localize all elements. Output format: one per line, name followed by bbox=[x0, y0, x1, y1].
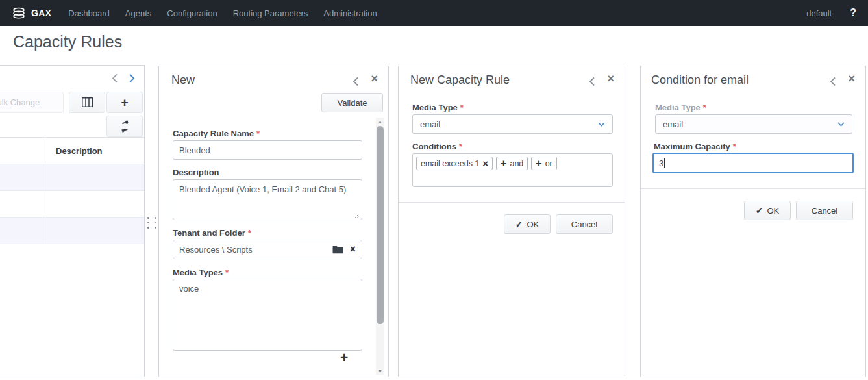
capacity-rule-name-input[interactable] bbox=[173, 140, 362, 160]
chevron-down-icon bbox=[837, 122, 845, 127]
plus-icon: + bbox=[536, 158, 541, 169]
nav-item-agents[interactable]: Agents bbox=[125, 8, 151, 18]
columns-icon bbox=[82, 97, 93, 107]
conditions-label: Conditions bbox=[412, 142, 456, 151]
or-label: or bbox=[545, 159, 552, 168]
new-capacity-rule-panel: New Capacity Rule × Media Type* email Co… bbox=[398, 66, 625, 377]
panel-title: New Capacity Rule bbox=[410, 73, 510, 87]
refresh-icon bbox=[121, 122, 129, 131]
tenant-folder-input[interactable]: Resources \ Scripts × bbox=[173, 240, 362, 259]
chevron-down-icon bbox=[598, 122, 605, 127]
ok-button[interactable]: ✓ OK bbox=[504, 214, 551, 234]
condition-chip[interactable]: email exceeds 1 × bbox=[416, 157, 493, 170]
maximum-capacity-label: Maximum Capacity bbox=[654, 142, 730, 151]
description-column-header[interactable]: Description bbox=[0, 146, 103, 156]
plus-icon: + bbox=[121, 96, 128, 108]
chevron-left-icon[interactable] bbox=[830, 77, 836, 86]
condition-chip-label: email exceeds 1 bbox=[421, 159, 479, 168]
chevron-left-icon[interactable] bbox=[589, 77, 595, 86]
table-row[interactable] bbox=[0, 164, 144, 191]
folder-browse-icon[interactable] bbox=[332, 246, 343, 254]
check-icon: ✓ bbox=[515, 219, 523, 229]
add-and-condition-button[interactable]: + and bbox=[496, 157, 528, 170]
close-icon[interactable]: × bbox=[848, 73, 855, 84]
gax-brand[interactable]: GAX bbox=[12, 7, 51, 19]
chevron-left-icon[interactable] bbox=[112, 73, 118, 83]
table-row[interactable] bbox=[0, 218, 144, 244]
ok-button[interactable]: ✓ OK bbox=[744, 201, 791, 220]
capacity-rules-screen: GAX Dashboard Agents Configuration Routi… bbox=[0, 0, 868, 380]
plus-icon: + bbox=[501, 158, 506, 169]
scroll-up-icon[interactable]: ▲ bbox=[376, 118, 384, 126]
scroll-down-icon[interactable]: ▼ bbox=[376, 367, 384, 375]
chevron-left-icon[interactable] bbox=[353, 77, 358, 86]
nav-item-routing-parameters[interactable]: Routing Parameters bbox=[233, 8, 308, 18]
gax-logo-icon bbox=[12, 7, 26, 19]
close-icon[interactable]: × bbox=[607, 73, 614, 84]
section-divider bbox=[641, 188, 865, 189]
current-user-menu[interactable]: default bbox=[806, 8, 832, 18]
refresh-button[interactable] bbox=[106, 116, 143, 137]
add-media-type-button[interactable]: + bbox=[340, 350, 348, 364]
media-types-label: Media Types bbox=[173, 268, 223, 277]
text-cursor bbox=[664, 158, 665, 168]
required-asterisk: * bbox=[256, 129, 260, 138]
ok-button-label: OK bbox=[527, 220, 539, 229]
list-table-header: Description bbox=[0, 137, 144, 164]
brand-label: GAX bbox=[31, 8, 51, 18]
required-asterisk: * bbox=[733, 142, 736, 151]
condition-for-email-panel: Condition for email × Media Type* email … bbox=[640, 66, 866, 377]
validate-button[interactable]: Validate bbox=[321, 93, 383, 112]
bulk-change-button[interactable]: Bulk Change bbox=[0, 92, 64, 113]
add-or-condition-button[interactable]: + or bbox=[531, 157, 556, 170]
scrollbar-thumb[interactable] bbox=[377, 126, 384, 324]
chevron-right-icon[interactable] bbox=[129, 73, 135, 83]
required-asterisk: * bbox=[459, 142, 462, 151]
required-asterisk: * bbox=[225, 268, 229, 277]
maximum-capacity-value: 3 bbox=[659, 158, 663, 168]
cancel-button[interactable]: Cancel bbox=[556, 214, 613, 234]
table-row[interactable] bbox=[0, 191, 144, 218]
column-divider bbox=[45, 137, 45, 244]
panel-splitter-handle[interactable] bbox=[147, 217, 156, 229]
description-textarea[interactable]: Blended Agent (Voice 1, Email 2 and Chat… bbox=[173, 179, 362, 220]
remove-condition-icon[interactable]: × bbox=[482, 158, 488, 168]
add-capacity-rule-button[interactable]: + bbox=[106, 92, 143, 113]
page-title: Capacity Rules bbox=[13, 32, 122, 51]
check-icon: ✓ bbox=[756, 205, 763, 216]
and-label: and bbox=[510, 159, 523, 168]
panel-title: New bbox=[171, 73, 195, 87]
nav-item-configuration[interactable]: Configuration bbox=[167, 8, 217, 18]
close-icon[interactable]: × bbox=[371, 73, 378, 84]
required-asterisk: * bbox=[703, 103, 706, 112]
help-icon[interactable]: ? bbox=[850, 7, 856, 19]
media-types-list[interactable]: voice bbox=[173, 279, 362, 351]
media-type-value: email bbox=[663, 120, 683, 129]
maximum-capacity-input[interactable]: 3 bbox=[652, 153, 854, 173]
cancel-button[interactable]: Cancel bbox=[796, 201, 853, 220]
capacity-rules-list-panel: Bulk Change + Description bbox=[0, 65, 145, 377]
description-label: Description bbox=[173, 168, 219, 177]
media-type-value: email bbox=[420, 120, 440, 129]
media-type-label: Media Type bbox=[412, 103, 458, 112]
capacity-rule-name-label: Capacity Rule Name bbox=[173, 129, 254, 138]
panel-title: Condition for email bbox=[651, 73, 749, 87]
nav-item-dashboard[interactable]: Dashboard bbox=[68, 8, 110, 18]
conditions-box: email exceeds 1 × + and + or bbox=[412, 153, 613, 187]
new-rule-panel: New × Validate Capacity Rule Name* Descr… bbox=[158, 66, 389, 377]
nav-item-administration[interactable]: Administration bbox=[323, 8, 377, 18]
section-divider bbox=[399, 202, 625, 203]
vertical-scrollbar[interactable]: ▲ ▼ bbox=[376, 118, 384, 375]
required-asterisk: * bbox=[248, 228, 251, 238]
tenant-folder-value: Resources \ Scripts bbox=[179, 245, 332, 255]
required-asterisk: * bbox=[460, 103, 464, 112]
media-type-select[interactable]: email bbox=[655, 114, 852, 134]
resize-handle-icon[interactable] bbox=[354, 213, 360, 219]
clear-icon[interactable]: × bbox=[350, 244, 356, 255]
media-type-label: Media Type bbox=[655, 103, 701, 112]
ok-button-label: OK bbox=[767, 206, 779, 216]
column-picker-button[interactable] bbox=[69, 92, 105, 113]
media-type-item[interactable]: voice bbox=[179, 284, 199, 294]
media-type-select[interactable]: email bbox=[412, 114, 613, 134]
tenant-folder-label: Tenant and Folder bbox=[173, 228, 245, 238]
